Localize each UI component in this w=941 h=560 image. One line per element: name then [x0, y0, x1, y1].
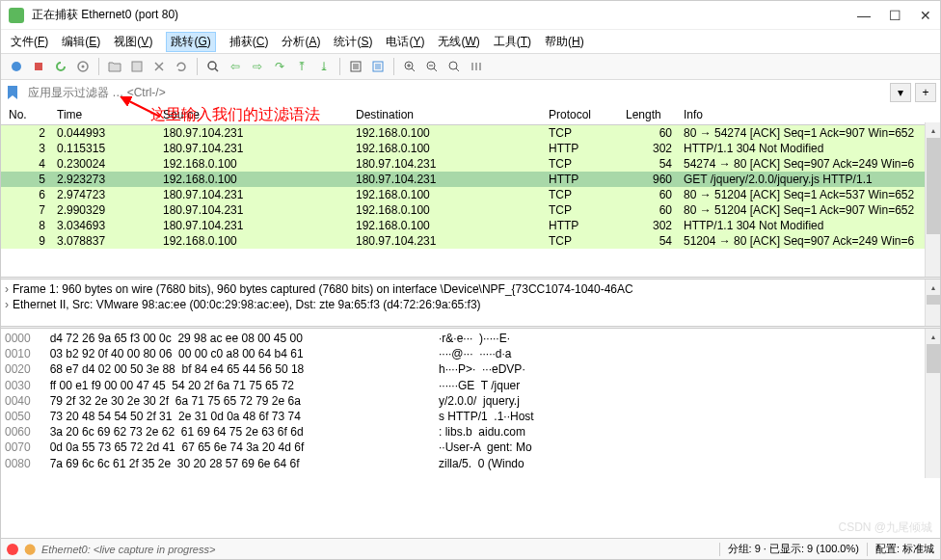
separator: [197, 58, 198, 75]
svg-rect-4: [132, 62, 142, 71]
start-capture-icon[interactable]: [7, 57, 26, 76]
app-logo-icon: [9, 8, 24, 23]
separator: [98, 58, 99, 75]
svg-point-0: [12, 62, 21, 71]
last-icon[interactable]: ⤓: [314, 57, 334, 76]
toolbar: ⇦ ⇨ ↷ ⤒ ⤓: [1, 53, 940, 80]
hex-line[interactable]: 0020 68 e7 d4 02 00 50 3e 88 bf 84 e4 65…: [5, 361, 936, 377]
scroll-up-icon[interactable]: ▴: [926, 329, 940, 344]
status-packets: 分组: 9 · 已显示: 9 (100.0%): [728, 542, 859, 556]
scroll-up-icon[interactable]: ▴: [926, 280, 940, 295]
first-icon[interactable]: ⤒: [292, 57, 311, 76]
packet-list[interactable]: 20.044993180.97.104.231192.168.0.100TCP6…: [1, 125, 940, 249]
svg-rect-1: [35, 63, 42, 70]
col-no[interactable]: No.: [5, 107, 53, 122]
col-proto[interactable]: Protocol: [545, 107, 622, 122]
restart-capture-icon[interactable]: [51, 57, 70, 76]
expert-info-icon[interactable]: ⬤: [24, 543, 36, 555]
packet-row[interactable]: 93.078837192.168.0.100180.97.104.231TCP5…: [1, 233, 940, 249]
menu-s[interactable]: 统计(S): [334, 34, 372, 50]
next-icon[interactable]: ⇨: [248, 57, 267, 76]
window-title: 正在捕获 Ethernet0 (port 80): [32, 7, 857, 23]
packet-row[interactable]: 30.115315180.97.104.231192.168.0.100HTTP…: [1, 141, 940, 156]
scroll-thumb[interactable]: [927, 295, 940, 305]
hex-line[interactable]: 0010 03 b2 92 0f 40 00 80 06 00 00 c0 a8…: [5, 346, 936, 361]
scroll-up-icon[interactable]: ▴: [926, 122, 940, 138]
open-file-icon[interactable]: [105, 57, 124, 76]
hex-line[interactable]: 0080 7a 69 6c 6c 61 2f 35 2e 30 20 28 57…: [5, 456, 936, 471]
annotation-text: 这里输入我们的过滤语法: [150, 105, 320, 125]
menu-t[interactable]: 工具(T): [494, 34, 531, 50]
menubar: 文件(F)编辑(E)视图(V)跳转(G)捕获(C)分析(A)统计(S)电话(Y)…: [1, 30, 940, 53]
find-icon[interactable]: [203, 57, 223, 76]
packet-bytes-pane[interactable]: 0000 d4 72 26 9a 65 f3 00 0c 29 98 ac ee…: [1, 329, 940, 478]
goto-icon[interactable]: ↷: [270, 57, 289, 76]
stop-capture-icon[interactable]: [29, 57, 48, 76]
hex-line[interactable]: 0050 73 20 48 54 54 50 2f 31 2e 31 0d 0a…: [5, 409, 936, 424]
packet-row[interactable]: 72.990329180.97.104.231192.168.0.100TCP6…: [1, 202, 940, 218]
save-file-icon[interactable]: [127, 57, 147, 76]
autoscroll-icon[interactable]: [346, 57, 365, 76]
bookmark-icon[interactable]: [5, 85, 20, 100]
resize-columns-icon[interactable]: [467, 57, 486, 76]
scrollbar[interactable]: ▴: [925, 280, 940, 326]
close-button[interactable]: ✕: [919, 9, 932, 22]
separator: [393, 58, 394, 75]
watermark: CSDN @九尾倾城: [838, 520, 932, 536]
svg-point-5: [208, 62, 216, 69]
hex-line[interactable]: 0040 79 2f 32 2e 30 2e 30 2f 6a 71 75 65…: [5, 393, 936, 409]
menu-w[interactable]: 无线(W): [438, 34, 479, 50]
separator: [339, 58, 340, 75]
minimize-button[interactable]: —: [857, 9, 871, 22]
packet-row[interactable]: 83.034693180.97.104.231192.168.0.100HTTP…: [1, 218, 940, 233]
menu-v[interactable]: 视图(V): [114, 34, 152, 50]
status-interface: Ethernet0: <live capture in progress>: [41, 544, 215, 555]
zoom-out-icon[interactable]: [422, 57, 442, 76]
menu-y[interactable]: 电话(Y): [386, 34, 424, 50]
col-dest[interactable]: Destination: [352, 107, 545, 122]
zoom-reset-icon[interactable]: [444, 57, 464, 76]
menu-a[interactable]: 分析(A): [282, 34, 320, 50]
col-info[interactable]: Info: [680, 107, 936, 122]
menu-g[interactable]: 跳转(G): [166, 32, 215, 52]
packet-row[interactable]: 62.974723180.97.104.231192.168.0.100TCP6…: [1, 187, 940, 202]
menu-e[interactable]: 编辑(E): [62, 34, 100, 50]
detail-line[interactable]: ›Frame 1: 960 bytes on wire (7680 bits),…: [5, 281, 936, 297]
menu-h[interactable]: 帮助(H): [545, 34, 584, 50]
svg-point-10: [449, 62, 457, 69]
packet-row[interactable]: 40.230024192.168.0.100180.97.104.231TCP5…: [1, 156, 940, 172]
capture-options-icon[interactable]: [73, 57, 93, 76]
packet-details-pane[interactable]: ›Frame 1: 960 bytes on wire (7680 bits),…: [1, 280, 940, 326]
hex-line[interactable]: 0070 0d 0a 55 73 65 72 2d 41 67 65 6e 74…: [5, 440, 936, 455]
svg-point-3: [82, 66, 85, 68]
scroll-thumb[interactable]: [927, 138, 940, 234]
reload-icon[interactable]: [172, 57, 191, 76]
titlebar: 正在捕获 Ethernet0 (port 80) — ☐ ✕: [1, 1, 940, 30]
scrollbar[interactable]: ▴: [925, 329, 940, 478]
packet-row[interactable]: 52.923273192.168.0.100180.97.104.231HTTP…: [1, 172, 940, 187]
expression-button[interactable]: ▾: [890, 83, 911, 102]
menu-c[interactable]: 捕获(C): [229, 34, 269, 50]
detail-line[interactable]: ›Ethernet II, Src: VMware 98:ac:ee (00:0…: [5, 297, 936, 312]
packet-row[interactable]: 20.044993180.97.104.231192.168.0.100TCP6…: [1, 125, 940, 141]
status-profile[interactable]: 配置: 标准城: [875, 542, 934, 556]
capture-status-icon[interactable]: [7, 544, 18, 555]
scroll-thumb[interactable]: [927, 344, 940, 373]
hex-line[interactable]: 0060 3a 20 6c 69 62 73 2e 62 61 69 64 75…: [5, 424, 936, 440]
prev-icon[interactable]: ⇦: [226, 57, 245, 76]
maximize-button[interactable]: ☐: [888, 9, 901, 22]
close-file-icon[interactable]: [149, 57, 169, 76]
col-len[interactable]: Length: [622, 107, 680, 122]
menu-f[interactable]: 文件(F): [11, 34, 48, 50]
hex-line[interactable]: 0000 d4 72 26 9a 65 f3 00 0c 29 98 ac ee…: [5, 331, 936, 346]
colorize-icon[interactable]: [368, 57, 388, 76]
statusbar: ⬤ Ethernet0: <live capture in progress> …: [1, 538, 940, 559]
add-filter-button[interactable]: +: [915, 83, 936, 102]
scrollbar[interactable]: ▴: [925, 122, 940, 277]
packet-list-pane: No. Time Source Destination Protocol Len…: [1, 105, 940, 277]
hex-line[interactable]: 0030 ff 00 e1 f9 00 00 47 45 54 20 2f 6a…: [5, 378, 936, 393]
zoom-in-icon[interactable]: [400, 57, 419, 76]
